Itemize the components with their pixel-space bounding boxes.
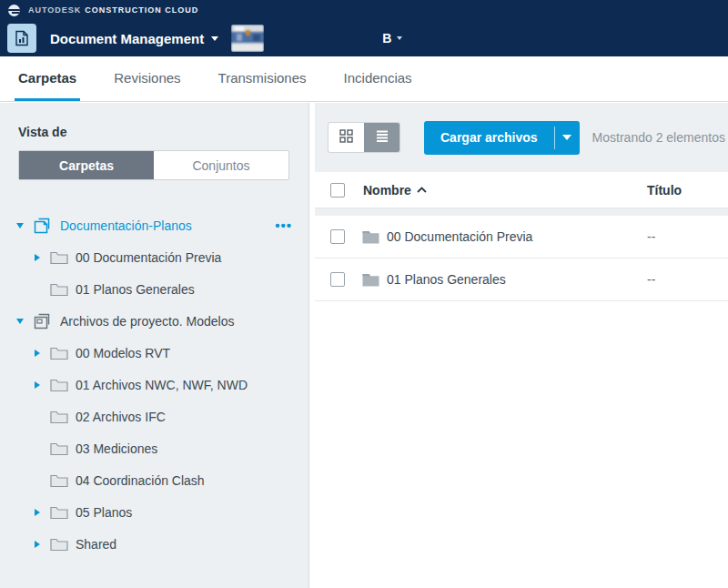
folder-name[interactable]: 01 Planos Generales xyxy=(387,272,506,287)
tree-item-shared[interactable]: Shared xyxy=(0,528,308,560)
more-options-icon[interactable]: ••• xyxy=(275,218,292,233)
toggle-carpetas[interactable]: Carpetas xyxy=(19,151,154,179)
view-toggle: Carpetas Conjuntos xyxy=(18,150,289,180)
folder-icon xyxy=(50,505,68,520)
folder-table: Nombre Título 0 xyxy=(315,172,728,301)
tree-item-00-modelos-rvt[interactable]: 00 Modelos RVT xyxy=(0,337,308,369)
folder-icon xyxy=(50,441,68,456)
document-management-icon[interactable] xyxy=(7,24,36,53)
brand-strip: AUTODESKCONSTRUCTION CLOUD xyxy=(0,0,728,20)
folder-icon xyxy=(50,250,68,265)
tree-item-documentacion-planos[interactable]: Documentación-Planos ••• xyxy=(0,209,308,241)
chevron-down-icon[interactable] xyxy=(211,36,218,41)
app-title[interactable]: Document Management xyxy=(50,31,204,46)
folder-title: -- xyxy=(647,272,655,287)
main-content: Cargar archivos Mostrando 2 elementos No… xyxy=(315,103,728,588)
tree-item-label: 05 Planos xyxy=(76,505,132,520)
project-thumbnail[interactable] xyxy=(231,25,264,52)
table-gap xyxy=(315,208,728,216)
column-header-nombre[interactable]: Nombre xyxy=(363,183,427,198)
select-all-checkbox[interactable] xyxy=(330,183,345,198)
folder-title: -- xyxy=(647,229,655,244)
grid-view-button[interactable] xyxy=(329,123,364,152)
upload-options-button[interactable] xyxy=(555,121,580,155)
upload-files-button[interactable]: Cargar archivos xyxy=(424,121,554,155)
autodesk-logo-icon xyxy=(8,5,20,16)
tab-incidencias[interactable]: Incidencias xyxy=(340,56,416,101)
folder-icon xyxy=(50,378,68,392)
tab-label: Incidencias xyxy=(344,70,412,86)
tree-item-label: 01 Planos Generales xyxy=(76,282,195,297)
tree-item-label: 00 Modelos RVT xyxy=(76,346,170,360)
tree-item-05-planos[interactable]: 05 Planos xyxy=(0,496,308,528)
content-toolbar: Cargar archivos Mostrando 2 elementos xyxy=(315,103,728,172)
app-header: Document Management B xyxy=(0,20,728,56)
brand-text: AUTODESKCONSTRUCTION CLOUD xyxy=(28,5,198,15)
collapse-icon[interactable] xyxy=(16,223,24,228)
folder-sidebar: Vista de Carpetas Conjuntos Documentació… xyxy=(0,103,309,588)
folder-tree: Documentación-Planos ••• 00 Documentació… xyxy=(0,209,308,560)
tab-label: Revisiones xyxy=(114,70,180,86)
collapse-icon[interactable] xyxy=(16,319,24,324)
grid-view-icon xyxy=(339,129,353,147)
column-header-titulo[interactable]: Título xyxy=(647,183,682,198)
folder-icon xyxy=(362,273,379,287)
tab-transmisiones[interactable]: Transmisiones xyxy=(215,56,310,101)
module-tabs: Carpetas Revisiones Transmisiones Incide… xyxy=(0,56,728,102)
tab-label: Carpetas xyxy=(18,70,76,86)
row-checkbox[interactable] xyxy=(330,229,345,244)
brand-product: CONSTRUCTION CLOUD xyxy=(85,5,198,15)
tab-revisiones[interactable]: Revisiones xyxy=(110,56,184,101)
table-header-row: Nombre Título xyxy=(315,172,728,208)
folder-icon xyxy=(50,410,68,424)
folder-icon xyxy=(50,346,68,360)
view-mode-toggle xyxy=(329,123,399,152)
tree-item-04-coordinacion-clash[interactable]: 04 Coordinación Clash xyxy=(0,464,308,496)
tree-item-label: 00 Documentación Previa xyxy=(76,250,221,265)
folder-name[interactable]: 00 Documentación Previa xyxy=(387,229,532,244)
expand-icon[interactable] xyxy=(35,541,40,548)
folder-icon xyxy=(362,230,379,244)
table-row[interactable]: 01 Planos Generales -- xyxy=(315,259,728,301)
folder-icon xyxy=(50,537,68,552)
list-view-icon xyxy=(376,129,389,146)
items-count: Mostrando 2 elementos xyxy=(592,130,725,145)
tree-item-label: Shared xyxy=(76,537,116,552)
tree-item-archivos-de-proyecto[interactable]: Archivos de proyecto. Modelos xyxy=(0,305,308,337)
toggle-conjuntos[interactable]: Conjuntos xyxy=(154,151,288,179)
tree-item-label: 01 Archivos NWC, NWF, NWD xyxy=(76,378,248,392)
expand-icon[interactable] xyxy=(35,381,40,389)
view-of-label: Vista de xyxy=(18,125,308,139)
table-row[interactable]: 00 Documentación Previa -- xyxy=(315,216,728,259)
tab-carpetas[interactable]: Carpetas xyxy=(15,56,80,101)
sort-ascending-icon xyxy=(417,187,427,193)
tree-item-label: 04 Coordinación Clash xyxy=(76,473,205,488)
project-name-redacted[interactable] xyxy=(273,33,371,45)
account-initial[interactable]: B xyxy=(382,31,391,46)
tree-item-00-documentacion-previa[interactable]: 00 Documentación Previa xyxy=(0,241,308,273)
tree-item-01-planos-generales[interactable]: 01 Planos Generales xyxy=(0,273,308,305)
expand-icon[interactable] xyxy=(35,254,40,261)
tab-label: Transmisiones xyxy=(218,70,307,86)
chevron-down-icon xyxy=(562,135,571,140)
folder-icon xyxy=(50,473,68,488)
upload-split-button: Cargar archivos xyxy=(424,121,580,155)
list-view-button[interactable] xyxy=(364,123,399,152)
project-files-icon xyxy=(34,313,53,329)
tree-item-label: Archivos de proyecto. Modelos xyxy=(60,314,234,329)
tree-item-01-archivos-nwc-nwf-nwd[interactable]: 01 Archivos NWC, NWF, NWD xyxy=(0,369,308,400)
expand-icon[interactable] xyxy=(35,509,40,516)
column-label: Nombre xyxy=(363,183,411,198)
tree-item-label: 03 Mediciones xyxy=(76,441,157,456)
expand-icon[interactable] xyxy=(35,350,40,357)
plans-icon xyxy=(34,218,53,234)
chevron-down-icon[interactable] xyxy=(397,36,402,40)
document-management-app: AUTODESKCONSTRUCTION CLOUD Document Mana… xyxy=(0,0,728,588)
tree-item-03-mediciones[interactable]: 03 Mediciones xyxy=(0,432,308,464)
tree-item-label: 02 Archivos IFC xyxy=(76,410,166,424)
tree-item-label: Documentación-Planos xyxy=(60,218,192,233)
folder-icon xyxy=(50,282,68,297)
row-checkbox[interactable] xyxy=(330,272,345,287)
tree-item-02-archivos-ifc[interactable]: 02 Archivos IFC xyxy=(0,400,308,432)
brand-autodesk: AUTODESK xyxy=(28,5,81,15)
